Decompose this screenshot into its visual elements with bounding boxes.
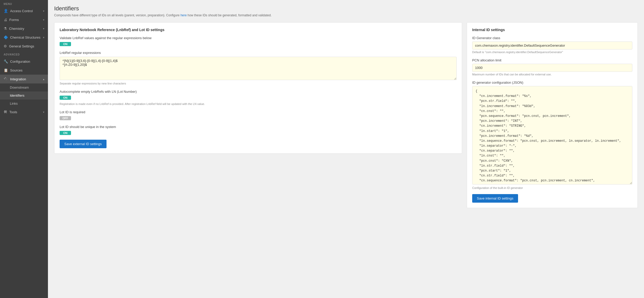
panels-row: Laboratory Notebook Reference (LnbRef) a…: [54, 22, 638, 208]
autocomplete-label: Autocomplete empty LnbRefs with LN (Lot …: [60, 90, 457, 94]
forms-icon: 🖨: [4, 18, 7, 22]
autocomplete-toggle-row: ON: [60, 96, 457, 100]
id-generator-helper: Default is "com.chemaxon.registry.identi…: [472, 51, 632, 54]
sub-item-label: Links: [10, 102, 18, 105]
sidebar-sub-item-downstream[interactable]: Downstream: [0, 83, 48, 91]
chevron-icon: ▾: [43, 111, 44, 113]
sidebar-item-label: General Settings: [9, 44, 34, 48]
autocomplete-section: Autocomplete empty LnbRefs with LN (Lot …: [60, 90, 457, 105]
sources-icon: 📋: [4, 68, 8, 72]
regex-label: LnbRef regular expressions: [60, 51, 457, 55]
sidebar-sub-item-identifiers[interactable]: Identifiers: [0, 91, 48, 100]
json-section: ID generator configuration (JSON) Config…: [472, 81, 632, 189]
sidebar: MENU 👤 Access Control ▾ 🖨 Forms ▾ ⚗ Chem…: [0, 0, 48, 298]
regex-helper: Separate regular expressions by new line…: [60, 82, 457, 85]
page-title: Identifiers: [54, 5, 638, 12]
lot-unique-toggle[interactable]: ON: [60, 131, 71, 135]
lot-required-section: Lot ID is required OFF: [60, 110, 457, 120]
right-panel-title: Internal ID settings: [472, 28, 632, 32]
json-textarea[interactable]: [472, 86, 632, 185]
id-generator-input[interactable]: [472, 41, 632, 49]
sidebar-item-forms[interactable]: 🖨 Forms ▾: [0, 15, 48, 24]
sub-item-label: Identifiers: [10, 94, 24, 97]
sub-item-label: Downstream: [10, 86, 29, 89]
lot-required-label: Lot ID is required: [60, 110, 457, 114]
access-control-icon: 👤: [4, 9, 8, 13]
pcn-label: PCN allocation limit: [472, 58, 632, 62]
id-generator-section: ID Generator class Default is "com.chema…: [472, 36, 632, 54]
chevron-icon: ▾: [43, 36, 44, 39]
lot-unique-section: Lot ID should be unique in the system ON: [60, 125, 457, 135]
sidebar-item-integration[interactable]: 🔌 Integration ▴: [0, 75, 48, 83]
menu-label: MENU: [0, 0, 48, 6]
chevron-icon: ▴: [43, 78, 44, 81]
lot-unique-toggle-row: ON: [60, 131, 457, 135]
sidebar-item-label: Configuration: [10, 60, 30, 63]
left-panel-title: Laboratory Notebook Reference (LnbRef) a…: [60, 28, 457, 32]
save-internal-id-button[interactable]: Save internal ID settings: [472, 194, 518, 203]
validate-toggle-row: ON: [60, 42, 457, 46]
left-panel: Laboratory Notebook Reference (LnbRef) a…: [54, 22, 462, 154]
sidebar-item-sources[interactable]: 📋 Sources: [0, 66, 48, 75]
save-external-id-button[interactable]: Save external ID settings: [60, 140, 107, 148]
general-settings-icon: ⚙: [4, 44, 7, 48]
lot-unique-label: Lot ID should be unique in the system: [60, 125, 457, 129]
main-content: Identifiers Compounds have different typ…: [48, 0, 644, 298]
validate-section: Validate LnbRef values against the regul…: [60, 36, 457, 46]
sidebar-item-label: Integration: [10, 77, 26, 81]
sidebar-item-label: Tools: [9, 110, 17, 114]
configuration-icon: 🔧: [4, 59, 8, 63]
chevron-icon: ▾: [43, 10, 44, 12]
sidebar-item-chemical-structures[interactable]: 🔷 Chemical Structures ▾: [0, 33, 48, 42]
regex-section: LnbRef regular expressions Separate regu…: [60, 51, 457, 85]
sidebar-sub-item-links[interactable]: Links: [0, 100, 48, 108]
json-label: ID generator configuration (JSON): [472, 81, 632, 84]
sidebar-item-chemistry[interactable]: ⚗ Chemistry ▾: [0, 24, 48, 33]
configure-link[interactable]: here: [180, 13, 187, 17]
chemical-structures-icon: 🔷: [4, 35, 8, 39]
validate-label: Validate LnbRef values against the regul…: [60, 36, 457, 40]
sidebar-item-label: Sources: [10, 68, 23, 72]
json-helper: Configuration of the built-in ID generat…: [472, 186, 632, 189]
pcn-helper: Maximum number of IDs that can be alloca…: [472, 73, 632, 76]
sidebar-item-label: Chemical Structures: [10, 36, 40, 39]
lot-required-toggle-row: OFF: [60, 116, 457, 120]
sidebar-item-configuration[interactable]: 🔧 Configuration: [0, 57, 48, 66]
page-subtitle: Compounds have different type of IDs on …: [54, 13, 638, 17]
pcn-section: PCN allocation limit Maximum number of I…: [472, 58, 632, 76]
lot-required-toggle[interactable]: OFF: [60, 116, 71, 120]
validate-toggle[interactable]: ON: [60, 42, 71, 46]
regex-textarea[interactable]: [60, 57, 457, 80]
sidebar-item-label: Access Control: [10, 9, 33, 13]
autocomplete-helper: Registration is made even if no LnbRef i…: [60, 102, 457, 105]
autocomplete-toggle[interactable]: ON: [60, 96, 71, 100]
sidebar-item-tools[interactable]: 🛠 Tools ▾: [0, 108, 48, 116]
sidebar-item-general-settings[interactable]: ⚙ General Settings: [0, 42, 48, 51]
advanced-label: ADVANCED: [0, 51, 48, 57]
chemistry-icon: ⚗: [4, 26, 7, 31]
right-panel: Internal ID settings ID Generator class …: [467, 22, 638, 208]
integration-icon: 🔌: [4, 77, 8, 81]
id-generator-label: ID Generator class: [472, 36, 632, 40]
chevron-icon: ▾: [43, 18, 44, 21]
pcn-input[interactable]: [472, 64, 632, 72]
sidebar-item-access-control[interactable]: 👤 Access Control ▾: [0, 6, 48, 15]
sidebar-item-label: Chemistry: [9, 27, 24, 31]
chevron-icon: ▾: [43, 27, 44, 30]
sidebar-item-label: Forms: [9, 18, 19, 22]
tools-icon: 🛠: [4, 110, 7, 114]
